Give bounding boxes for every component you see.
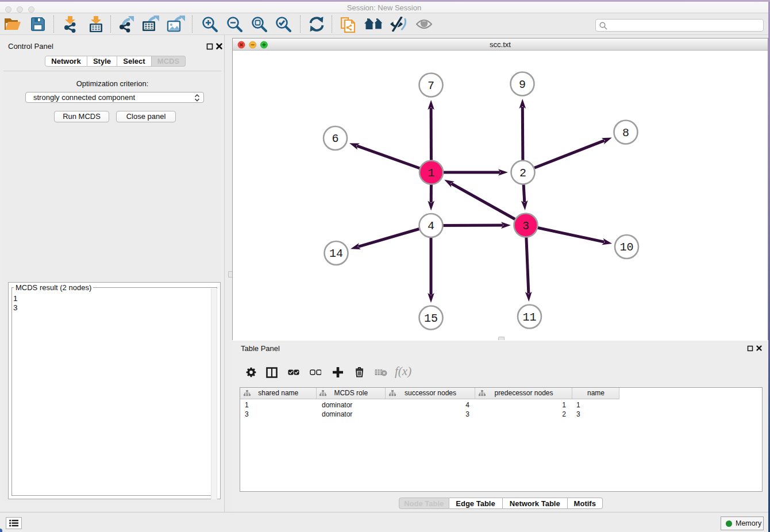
svg-text:11: 11 bbox=[522, 310, 536, 323]
svg-text:4: 4 bbox=[428, 219, 434, 233]
svg-text:15: 15 bbox=[424, 311, 438, 325]
svg-text:7: 7 bbox=[428, 79, 434, 92]
svg-text:2: 2 bbox=[519, 166, 526, 179]
svg-text:14: 14 bbox=[329, 247, 343, 260]
svg-text:10: 10 bbox=[619, 241, 633, 254]
svg-text:6: 6 bbox=[332, 132, 338, 145]
svg-text:9: 9 bbox=[519, 78, 526, 91]
svg-text:1: 1 bbox=[428, 166, 434, 179]
svg-text:8: 8 bbox=[622, 126, 629, 139]
svg-text:3: 3 bbox=[522, 219, 529, 232]
